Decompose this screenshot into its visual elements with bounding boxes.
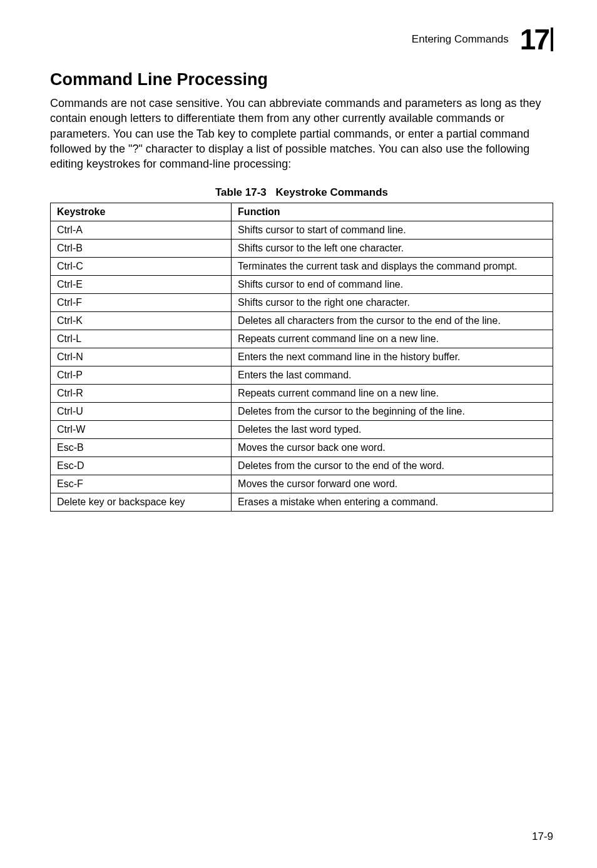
table-row: Ctrl-BShifts cursor to the left one char… (51, 240, 553, 258)
function-cell: Moves the cursor forward one word. (232, 475, 553, 493)
keystroke-cell: Ctrl-R (51, 385, 232, 403)
table-row: Ctrl-NEnters the next command line in th… (51, 348, 553, 366)
section-intro: Commands are not case sensitive. You can… (50, 96, 553, 171)
keystroke-cell: Ctrl-B (51, 240, 232, 258)
table-header-function: Function (232, 203, 553, 221)
chapter-badge: 17 (520, 25, 553, 54)
function-cell: Deletes from the cursor to the beginning… (232, 403, 553, 421)
chapter-bar-icon (551, 28, 553, 51)
table-row: Esc-DDeletes from the cursor to the end … (51, 457, 553, 475)
function-cell: Shifts cursor to the left one character. (232, 240, 553, 258)
keystroke-cell: Esc-F (51, 475, 232, 493)
keystroke-commands-table: Keystroke Function Ctrl-AShifts cursor t… (50, 203, 553, 512)
chapter-number: 17 (520, 25, 548, 54)
keystroke-cell: Esc-B (51, 439, 232, 457)
function-cell: Deletes from the cursor to the end of th… (232, 457, 553, 475)
keystroke-cell: Ctrl-F (51, 294, 232, 312)
table-row: Ctrl-EShifts cursor to end of command li… (51, 276, 553, 294)
function-cell: Enters the last command. (232, 366, 553, 385)
keystroke-cell: Ctrl-P (51, 366, 232, 385)
table-row: Ctrl-RRepeats current command line on a … (51, 385, 553, 403)
function-cell: Repeats current command line on a new li… (232, 330, 553, 348)
table-row: Ctrl-KDeletes all characters from the cu… (51, 312, 553, 330)
function-cell: Shifts cursor to end of command line. (232, 276, 553, 294)
page-number: 17-9 (532, 830, 553, 843)
table-caption: Table 17-3 Keystroke Commands (50, 186, 553, 199)
function-cell: Deletes all characters from the cursor t… (232, 312, 553, 330)
table-row: Esc-FMoves the cursor forward one word. (51, 475, 553, 493)
table-row: Delete key or backspace keyErases a mist… (51, 493, 553, 512)
keystroke-cell: Ctrl-W (51, 421, 232, 439)
function-cell: Terminates the current task and displays… (232, 258, 553, 276)
function-cell: Shifts cursor to the right one character… (232, 294, 553, 312)
keystroke-cell: Ctrl-U (51, 403, 232, 421)
table-row: Ctrl-CTerminates the current task and di… (51, 258, 553, 276)
keystroke-cell: Ctrl-C (51, 258, 232, 276)
table-row: Ctrl-FShifts cursor to the right one cha… (51, 294, 553, 312)
keystroke-cell: Ctrl-N (51, 348, 232, 366)
table-title: Keystroke Commands (276, 186, 389, 198)
function-cell: Shifts cursor to start of command line. (232, 221, 553, 240)
table-label: Table 17-3 (215, 186, 267, 198)
function-cell: Erases a mistake when entering a command… (232, 493, 553, 512)
keystroke-cell: Ctrl-E (51, 276, 232, 294)
table-row: Esc-BMoves the cursor back one word. (51, 439, 553, 457)
page-header: Entering Commands 17 (50, 25, 553, 54)
table-header-row: Keystroke Function (51, 203, 553, 221)
function-cell: Enters the next command line in the hist… (232, 348, 553, 366)
keystroke-cell: Ctrl-L (51, 330, 232, 348)
section-title: Command Line Processing (50, 70, 553, 89)
table-row: Ctrl-AShifts cursor to start of command … (51, 221, 553, 240)
function-cell: Moves the cursor back one word. (232, 439, 553, 457)
keystroke-cell: Ctrl-A (51, 221, 232, 240)
keystroke-cell: Ctrl-K (51, 312, 232, 330)
breadcrumb: Entering Commands (412, 33, 509, 46)
table-row: Ctrl-LRepeats current command line on a … (51, 330, 553, 348)
function-cell: Repeats current command line on a new li… (232, 385, 553, 403)
table-row: Ctrl-WDeletes the last word typed. (51, 421, 553, 439)
table-header-keystroke: Keystroke (51, 203, 232, 221)
function-cell: Deletes the last word typed. (232, 421, 553, 439)
table-row: Ctrl-PEnters the last command. (51, 366, 553, 385)
keystroke-cell: Esc-D (51, 457, 232, 475)
keystroke-cell: Delete key or backspace key (51, 493, 232, 512)
table-row: Ctrl-UDeletes from the cursor to the beg… (51, 403, 553, 421)
